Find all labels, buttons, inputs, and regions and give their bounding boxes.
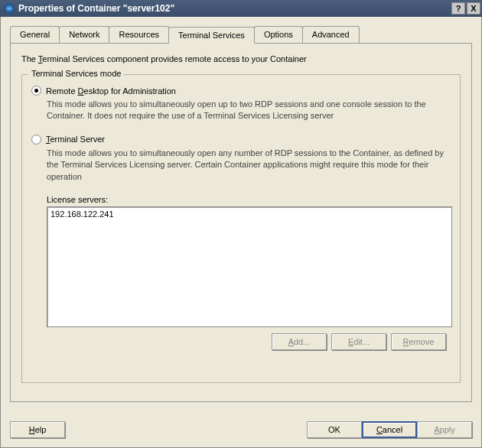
dialog-footer: Help OK Cancel Apply (10, 421, 472, 438)
tab-advanced[interactable]: Advanced (302, 26, 360, 43)
apply-button[interactable]: Apply (417, 421, 472, 438)
tab-resources[interactable]: Resources (109, 26, 169, 43)
help-button[interactable]: Help (10, 421, 65, 438)
ok-button[interactable]: OK (307, 421, 362, 438)
license-servers-label: License servers: (47, 195, 451, 204)
list-item[interactable]: 192.168.122.241 (50, 209, 448, 219)
remove-button[interactable]: Remove (391, 333, 446, 350)
radio-terminal-server[interactable] (31, 135, 41, 144)
edit-button[interactable]: Edit... (331, 333, 386, 350)
tab-strip: General Network Resources Terminal Servi… (10, 26, 472, 43)
radio-remote-desktop[interactable] (31, 86, 41, 96)
intro-text: The Terminal Services component provides… (21, 54, 461, 63)
license-servers-list[interactable]: 192.168.122.241 (47, 206, 452, 327)
tab-panel: The Terminal Services component provides… (10, 43, 472, 402)
close-icon[interactable]: X (467, 2, 480, 15)
cancel-button[interactable]: Cancel (362, 421, 417, 438)
group-legend: Terminal Services mode (28, 69, 124, 78)
radio-remote-desktop-desc: This mode allows you to simultaneously o… (47, 99, 451, 122)
radio-remote-desktop-label[interactable]: Remote Desktop for Administration (46, 86, 176, 96)
radio-terminal-server-desc: This mode allows you to simultaneously o… (47, 148, 451, 183)
window-title: Properties of Container "server102" (18, 3, 451, 14)
terminal-services-mode-group: Terminal Services mode Remote Desktop fo… (21, 74, 461, 383)
titlebar: Properties of Container "server102" ? X (0, 0, 482, 17)
app-icon (3, 2, 15, 15)
dialog-body: General Network Resources Terminal Servi… (0, 17, 482, 448)
help-icon[interactable]: ? (451, 2, 465, 15)
tab-options[interactable]: Options (254, 26, 303, 43)
tab-network[interactable]: Network (59, 26, 109, 43)
add-button[interactable]: Add... (272, 333, 327, 350)
radio-terminal-server-label[interactable]: Terminal Server (46, 135, 105, 144)
tab-terminal-services[interactable]: Terminal Services (168, 27, 255, 44)
tab-general[interactable]: General (10, 26, 60, 43)
